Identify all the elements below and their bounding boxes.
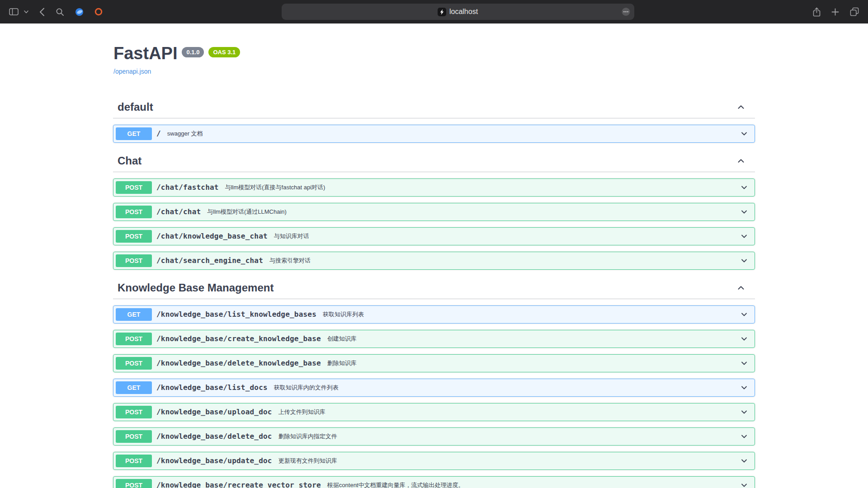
- operation-path: /knowledge_base/create_knowledge_base: [152, 334, 326, 343]
- operation-description: swagger 文档: [167, 130, 203, 138]
- version-badge: 0.1.0: [182, 47, 204, 57]
- operation-path: /knowledge_base/delete_knowledge_base: [152, 359, 326, 367]
- operation-row[interactable]: POST /chat/knowledge_base_chat 与知识库对话: [113, 227, 755, 245]
- operation-description: 创建知识库: [327, 335, 357, 343]
- operation-row[interactable]: POST /knowledge_base/create_knowledge_ba…: [113, 330, 755, 348]
- method-badge: POST: [116, 206, 152, 218]
- expand-operation-icon[interactable]: [740, 383, 749, 392]
- operation-description: 上传文件到知识库: [278, 408, 326, 416]
- method-badge: POST: [116, 357, 152, 370]
- operation-path: /chat/fastchat: [152, 183, 223, 192]
- method-badge: GET: [116, 381, 152, 394]
- method-badge: POST: [116, 479, 152, 488]
- operation-path: /knowledge_base/update_doc: [152, 456, 277, 465]
- section-header[interactable]: Knowledge Base Management: [113, 277, 755, 299]
- back-icon[interactable]: [38, 7, 46, 17]
- operation-description: 更新现有文件到知识库: [278, 457, 337, 465]
- operation-row[interactable]: POST /knowledge_base/delete_knowledge_ba…: [113, 354, 755, 372]
- sidebar-toggle-icon[interactable]: [8, 7, 19, 17]
- operation-row[interactable]: POST /chat/search_engine_chat 与搜索引擎对话: [113, 252, 755, 270]
- operation-path: /knowledge_base/list_knowledge_bases: [152, 310, 321, 319]
- operation-row[interactable]: POST /chat/fastchat 与llm模型对话(直接与fastchat…: [113, 178, 755, 197]
- operation-description: 与知识库对话: [274, 232, 309, 240]
- expand-operation-icon[interactable]: [740, 232, 749, 241]
- sidebar-chevron-down-icon[interactable]: [23, 9, 29, 14]
- pinned-tab-bird-icon[interactable]: [74, 7, 85, 17]
- collapse-section-icon[interactable]: [736, 102, 746, 112]
- api-section: Knowledge Base Management GET /knowledge…: [113, 277, 755, 488]
- method-badge: GET: [116, 127, 152, 140]
- operation-row[interactable]: GET / swagger 文档: [113, 125, 755, 143]
- operation-path: /chat/chat: [152, 207, 205, 216]
- operation-description: 与llm模型对话(通过LLMChain): [207, 208, 287, 216]
- method-badge: POST: [116, 254, 152, 267]
- operation-description: 与搜索引擎对话: [269, 257, 311, 265]
- expand-operation-icon[interactable]: [740, 310, 749, 319]
- section-title: Knowledge Base Management: [118, 282, 274, 294]
- expand-operation-icon[interactable]: [740, 256, 749, 265]
- expand-operation-icon[interactable]: [740, 334, 749, 343]
- api-section: Chat POST /chat/fastchat 与llm模型对话(直接与fas…: [113, 150, 755, 270]
- operation-description: 删除知识库内指定文件: [278, 432, 337, 441]
- expand-operation-icon[interactable]: [740, 408, 749, 417]
- openapi-spec-link[interactable]: /openapi.json: [113, 68, 151, 75]
- search-icon[interactable]: [55, 7, 65, 17]
- section-header[interactable]: default: [113, 96, 755, 118]
- expand-operation-icon[interactable]: [740, 432, 749, 441]
- expand-operation-icon[interactable]: [740, 183, 749, 192]
- operation-description: 获取知识库列表: [323, 310, 364, 319]
- collapse-section-icon[interactable]: [736, 156, 746, 166]
- operation-path: /chat/knowledge_base_chat: [152, 232, 272, 240]
- api-title: FastAPI: [113, 44, 177, 63]
- collapse-section-icon[interactable]: [736, 283, 746, 293]
- method-badge: GET: [116, 308, 152, 321]
- pinned-tab-record-icon[interactable]: [94, 7, 104, 17]
- operation-row[interactable]: POST /knowledge_base/update_doc 更新现有文件到知…: [113, 452, 755, 470]
- share-icon[interactable]: [812, 6, 821, 18]
- operation-path: /knowledge_base/delete_doc: [152, 432, 277, 441]
- api-info: FastAPI 0.1.0 OAS 3.1 /openapi.json: [113, 23, 755, 75]
- expand-operation-icon[interactable]: [740, 456, 749, 465]
- tab-overview-icon[interactable]: [849, 6, 860, 17]
- url-options-icon[interactable]: [622, 8, 630, 16]
- operation-row[interactable]: POST /chat/chat 与llm模型对话(通过LLMChain): [113, 203, 755, 221]
- swagger-page: FastAPI 0.1.0 OAS 3.1 /openapi.json defa…: [0, 23, 868, 488]
- address-bar[interactable]: localhost: [282, 4, 634, 20]
- swagger-container: FastAPI 0.1.0 OAS 3.1 /openapi.json defa…: [104, 23, 764, 488]
- site-favicon: [438, 8, 446, 16]
- api-section: default GET / swagger 文档: [113, 96, 755, 143]
- browser-toolbar: localhost: [0, 0, 868, 23]
- expand-operation-icon[interactable]: [740, 481, 749, 488]
- method-badge: POST: [116, 455, 152, 467]
- method-badge: POST: [116, 430, 152, 443]
- operation-row[interactable]: POST /knowledge_base/upload_doc 上传文件到知识库: [113, 403, 755, 421]
- section-title: Chat: [118, 155, 142, 167]
- section-header[interactable]: Chat: [113, 150, 755, 172]
- method-badge: POST: [116, 181, 152, 194]
- method-badge: POST: [116, 406, 152, 418]
- operation-path: /chat/search_engine_chat: [152, 256, 268, 265]
- operation-path: /knowledge_base/list_docs: [152, 383, 272, 392]
- section-operations: GET / swagger 文档: [113, 125, 755, 143]
- url-text: localhost: [449, 8, 478, 16]
- operation-row[interactable]: POST /knowledge_base/delete_doc 删除知识库内指定…: [113, 427, 755, 446]
- method-badge: POST: [116, 333, 152, 345]
- operation-path: /knowledge_base/upload_doc: [152, 408, 277, 416]
- operation-description: 删除知识库: [327, 359, 357, 367]
- operation-path: /: [152, 129, 165, 138]
- operation-row[interactable]: GET /knowledge_base/list_knowledge_bases…: [113, 305, 755, 324]
- section-title: default: [118, 101, 153, 113]
- expand-operation-icon[interactable]: [740, 207, 749, 216]
- expand-operation-icon[interactable]: [740, 129, 749, 138]
- expand-operation-icon[interactable]: [740, 359, 749, 368]
- operation-path: /knowledge_base/recreate_vector_store: [152, 481, 326, 488]
- new-tab-icon[interactable]: [830, 7, 840, 17]
- method-badge: POST: [116, 230, 152, 243]
- operation-description: 获取知识库内的文件列表: [274, 384, 339, 392]
- operation-description: 根据content中文档重建向量库，流式输出处理进度。: [327, 481, 464, 488]
- operations-list: default GET / swagger 文档 Chat: [113, 96, 755, 488]
- operation-row[interactable]: GET /knowledge_base/list_docs 获取知识库内的文件列…: [113, 379, 755, 397]
- operation-row[interactable]: POST /knowledge_base/recreate_vector_sto…: [113, 476, 755, 488]
- section-operations: GET /knowledge_base/list_knowledge_bases…: [113, 305, 755, 488]
- oas-badge: OAS 3.1: [208, 47, 240, 57]
